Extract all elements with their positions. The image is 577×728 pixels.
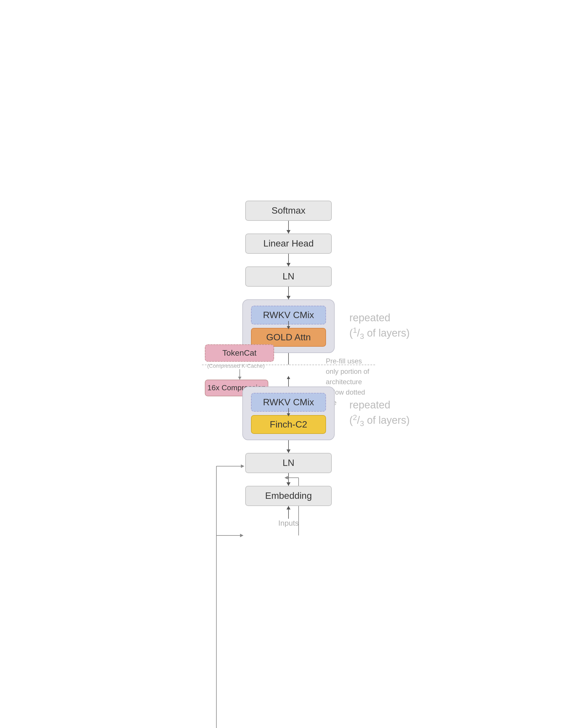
inner-arrowhead-bottom — [287, 413, 290, 416]
diagram-inner: Softmax Linear Head LN RWKV CMix — [188, 201, 389, 528]
inputs-label: Inputs — [278, 519, 299, 528]
ln-bottom-box: LN — [245, 453, 332, 473]
token-cat-label: TokenCat — [222, 348, 256, 358]
embedding-label: Embedding — [265, 490, 312, 501]
arrow-ln-to-linear — [288, 254, 289, 266]
rwkv-cmix-bottom-label: RWKV CMix — [263, 397, 314, 408]
repeated-top-label: repeated(1/3 of layers) — [349, 311, 410, 342]
softmax-box: Softmax — [245, 201, 332, 221]
diagram-container: Softmax Linear Head LN RWKV CMix — [173, 183, 404, 545]
inner-arrow-bottom — [288, 408, 289, 416]
ln-top-label: LN — [283, 271, 295, 282]
arrow-repeat-top-to-ln — [288, 287, 289, 300]
bottom-repeat-section: RWKV CMix Finch-C2 repeated(2/3 of layer… — [242, 387, 335, 440]
arrow-tokencat-down — [240, 369, 240, 380]
token-cat-box: TokenCat — [205, 344, 274, 362]
arrow-bottom-repeat-to-mid — [288, 376, 289, 387]
arrow-to-dashed — [288, 353, 289, 365]
arrow-linear-to-softmax — [288, 221, 289, 234]
inputs-text: Inputs — [278, 519, 299, 527]
rwkv-cmix-top-label: RWKV CMix — [263, 310, 314, 320]
linear-head-box: Linear Head — [245, 234, 332, 254]
arrowhead-tokencat-down — [238, 377, 242, 380]
arrow-embedding-to-ln — [288, 473, 289, 486]
compressed-k-cache-label: (Compressed K-Cache) — [207, 363, 265, 369]
arrowhead-inputs — [286, 506, 291, 510]
ln-top-box: LN — [245, 266, 332, 287]
finch-c2-label: Finch-C2 — [270, 419, 307, 430]
ln-bottom-label: LN — [283, 458, 295, 468]
svg-marker-5 — [240, 534, 244, 537]
embedding-box: Embedding — [245, 486, 332, 506]
repeated-bottom-label: repeated(2/3 of layers) — [349, 398, 410, 429]
gold-attn-label: GOLD Attn — [266, 332, 311, 343]
arrow-inputs-to-embedding — [288, 506, 289, 519]
dashed-line-section: Pre-fill usesonly portion ofarchitecture… — [202, 353, 375, 376]
arrowhead-up-mid — [287, 376, 290, 379]
arrow-ln-to-bottom-repeat — [288, 440, 289, 453]
softmax-label: Softmax — [272, 205, 305, 216]
inner-arrowhead-top — [287, 326, 290, 329]
inner-arrow-top — [288, 321, 289, 329]
linear-head-label: Linear Head — [264, 238, 313, 249]
finch-c2-box: Finch-C2 — [251, 415, 326, 434]
gold-attn-box: GOLD Attn — [251, 328, 326, 347]
softmax-section: Softmax Linear Head LN RWKV CMix — [188, 201, 389, 528]
